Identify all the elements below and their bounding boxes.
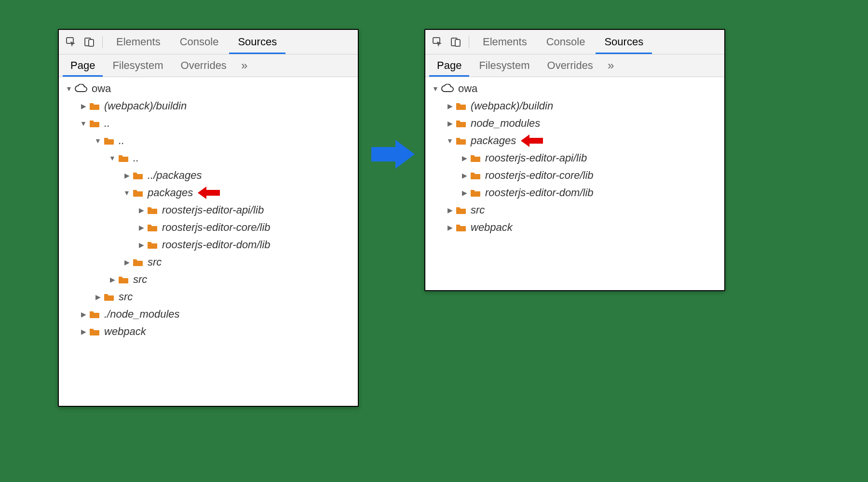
tab-console[interactable]: Console	[171, 30, 228, 54]
source-tree-after: ▼ owa ▶ (webpack)/buildin ▶ node_modules	[425, 77, 724, 241]
tree-row[interactable]: ▶ roosterjs-editor-api/lib	[429, 149, 721, 167]
tree-row[interactable]: ▶ src	[63, 254, 355, 271]
tree-label: roosterjs-editor-core/lib	[485, 169, 594, 182]
tree-row-packages-highlighted[interactable]: ▼ packages	[429, 132, 721, 149]
chevron-right-icon: ▶	[447, 224, 453, 231]
highlight-arrow-icon	[198, 186, 220, 200]
chevron-right-icon: ▶	[80, 310, 87, 318]
chevron-down-icon: ▼	[95, 137, 101, 145]
tab-elements[interactable]: Elements	[108, 30, 169, 54]
folder-icon	[89, 119, 100, 128]
subtab-overrides[interactable]: Overrides	[173, 54, 234, 77]
devtools-panel-before: Elements Console Sources Page Filesystem…	[58, 29, 359, 407]
chevron-down-icon: ▼	[432, 85, 439, 93]
tree-label: roosterjs-editor-dom/lib	[485, 187, 594, 199]
chevron-right-icon: ▶	[123, 258, 130, 266]
subtab-filesystem[interactable]: Filesystem	[471, 54, 537, 77]
chevron-right-icon: ▶	[138, 206, 145, 214]
tree-row[interactable]: ▶ src	[63, 271, 355, 288]
tab-sources[interactable]: Sources	[596, 30, 652, 54]
tree-row[interactable]: ▶ roosterjs-editor-core/lib	[63, 219, 355, 236]
chevron-right-icon: ▶	[80, 328, 87, 335]
tree-label: ../packages	[148, 169, 202, 182]
devtools-tabbar: Elements Console Sources	[59, 30, 358, 54]
svg-rect-7	[455, 40, 460, 46]
tree-row[interactable]: ▼ ..	[63, 115, 355, 132]
tree-row[interactable]: ▶ roosterjs-editor-dom/lib	[63, 236, 355, 254]
chevron-down-icon: ▼	[123, 189, 130, 197]
folder-icon	[147, 223, 158, 232]
inspect-element-icon[interactable]	[429, 34, 446, 50]
folder-icon	[89, 327, 100, 336]
tree-row[interactable]: ▶ src	[63, 288, 355, 306]
tree-row[interactable]: ▶ roosterjs-editor-dom/lib	[429, 184, 721, 201]
folder-icon	[118, 275, 129, 284]
subtab-page[interactable]: Page	[63, 54, 103, 77]
tab-sources[interactable]: Sources	[229, 30, 285, 54]
tree-label: packages	[471, 134, 516, 147]
folder-icon	[147, 241, 158, 249]
tree-row[interactable]: ▶ ../packages	[63, 167, 355, 184]
sources-subtabs: Page Filesystem Overrides »	[59, 54, 358, 77]
subtab-filesystem[interactable]: Filesystem	[105, 54, 171, 77]
svg-marker-0	[371, 140, 415, 169]
tree-label: owa	[92, 82, 111, 95]
tree-row[interactable]: ▶ roosterjs-editor-api/lib	[63, 201, 355, 219]
subtab-page[interactable]: Page	[429, 54, 469, 77]
folder-icon	[470, 154, 481, 162]
tab-label: Elements	[483, 36, 527, 48]
tree-row[interactable]: ▼ ..	[63, 149, 355, 167]
folder-icon	[103, 136, 115, 145]
tree-row-packages-highlighted[interactable]: ▼ packages	[63, 184, 355, 201]
tree-row[interactable]: ▶ node_modules	[429, 115, 721, 132]
subtab-label: Overrides	[547, 59, 593, 72]
tree-row[interactable]: ▶ ./node_modules	[63, 306, 355, 323]
tab-label: Sources	[238, 36, 277, 48]
tabbar-separator	[469, 36, 469, 48]
folder-icon	[470, 188, 481, 197]
subtab-label: Filesystem	[479, 59, 529, 72]
folder-icon	[132, 171, 144, 180]
subtab-overflow-icon[interactable]: »	[603, 59, 619, 72]
chevron-right-icon: ▶	[138, 241, 145, 249]
tree-label: (webpack)/buildin	[104, 100, 187, 112]
inspect-element-icon[interactable]	[63, 34, 79, 50]
tree-label: ..	[104, 117, 110, 130]
folder-icon	[470, 171, 481, 180]
tree-row[interactable]: ▶ roosterjs-editor-core/lib	[429, 167, 721, 184]
tree-row[interactable]: ▶ (webpack)/buildin	[429, 97, 721, 115]
highlight-arrow-icon	[521, 134, 543, 148]
subtab-overrides[interactable]: Overrides	[540, 54, 601, 77]
devtools-panel-after: Elements Console Sources Page Filesystem…	[424, 29, 725, 291]
chevron-right-icon: ▶	[95, 293, 101, 301]
tree-label: packages	[148, 187, 193, 199]
tree-label: roosterjs-editor-core/lib	[162, 221, 271, 234]
tree-row-root[interactable]: ▼ owa	[63, 80, 355, 97]
tab-console[interactable]: Console	[538, 30, 594, 54]
folder-icon	[455, 119, 467, 128]
chevron-right-icon: ▶	[461, 172, 468, 179]
tree-row[interactable]: ▶ webpack	[63, 323, 355, 340]
tab-label: Console	[180, 36, 219, 48]
folder-icon	[132, 258, 144, 267]
tree-row[interactable]: ▼ ..	[63, 132, 355, 149]
subtab-overflow-icon[interactable]: »	[236, 59, 252, 72]
chevron-right-icon: ▶	[461, 154, 468, 162]
tree-row[interactable]: ▶ (webpack)/buildin	[63, 97, 355, 115]
chevron-right-icon: ▶	[447, 206, 453, 214]
tree-row[interactable]: ▶ webpack	[429, 219, 721, 236]
source-tree-before: ▼ owa ▶ (webpack)/buildin ▼ .. ▼	[59, 77, 358, 345]
chevron-right-icon: ▶	[138, 224, 145, 231]
chevron-right-icon: ▶	[80, 102, 87, 110]
svg-marker-4	[198, 187, 220, 199]
device-toolbar-icon[interactable]	[81, 34, 97, 50]
tree-row[interactable]: ▶ src	[429, 201, 721, 219]
tree-label: webpack	[471, 221, 513, 234]
chevron-down-icon: ▼	[66, 85, 72, 93]
tree-row-root[interactable]: ▼ owa	[429, 80, 721, 97]
folder-icon	[455, 206, 467, 214]
tab-elements[interactable]: Elements	[474, 30, 536, 54]
devtools-tabbar: Elements Console Sources	[425, 30, 724, 54]
chevron-right-icon: ▶	[447, 120, 453, 127]
device-toolbar-icon[interactable]	[448, 34, 464, 50]
